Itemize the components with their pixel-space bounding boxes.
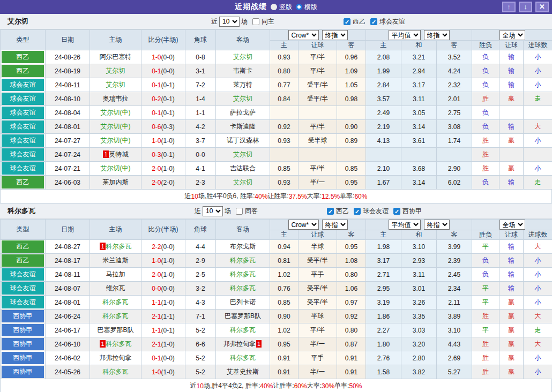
- avg-home-odds: 3.17: [366, 254, 401, 268]
- away-team-cell: 吉达联合: [216, 162, 270, 176]
- avg-draw-odds: 3.03: [401, 323, 437, 337]
- col-result: 胜负: [472, 230, 499, 240]
- move-up-button[interactable]: ↑: [502, 2, 516, 12]
- match-row: 球会友谊24-08-07维尔瓦0-0(0-0)3-2科尔多瓦0.76受平/半1.…: [1, 282, 552, 296]
- fullmatch-select-1[interactable]: 全场: [499, 220, 525, 230]
- score-cell: 1-0(1-0): [141, 254, 185, 268]
- league-filter-checkbox-1-2[interactable]: ✓: [393, 208, 400, 215]
- league-filters-1: ✓西乙✓球会友谊✓西协甲: [324, 207, 422, 216]
- crow-home-odds: 0.93: [270, 134, 299, 148]
- match-row: 球会友谊24-08-01艾尔切(中)0-6(0-3)4-2卡斯迪隆0.92平/半…: [1, 120, 552, 134]
- corner-cell: 0-0: [185, 148, 216, 162]
- recent-count-select-0[interactable]: 10: [219, 17, 240, 27]
- match-row: 西协甲24-06-24科尔多瓦2-1(1-1)7-1巴塞罗那B队0.90半球0.…: [1, 310, 552, 323]
- score-cell: 0-1(0-1): [141, 78, 185, 92]
- fulltime-score: 0-1: [152, 81, 161, 89]
- bookmaker-select-1[interactable]: Crow*: [288, 220, 319, 230]
- home-team-name: 巴塞罗那B队: [97, 326, 133, 334]
- date-cell: 24-08-01: [46, 120, 90, 134]
- home-team-name: 莱加内斯: [103, 178, 129, 186]
- score-cell: 2-1(1-0): [141, 337, 185, 351]
- average-select-1[interactable]: 平均值: [389, 220, 421, 230]
- goals-result-cell: 走: [524, 92, 552, 106]
- crow-away-odds: 0.92: [337, 310, 366, 323]
- final-odds-select-0a[interactable]: 终指: [322, 30, 348, 40]
- score-cell: 0-6(0-3): [141, 120, 185, 134]
- result-cell: 平: [472, 296, 499, 310]
- avg-home-odds: 2.10: [366, 162, 401, 176]
- near-label-1: 近: [195, 207, 201, 216]
- avg-away-odds: 2.90: [437, 162, 472, 176]
- layout-option-horizontal[interactable]: 横版: [296, 3, 317, 12]
- col-result: 胜负: [472, 41, 499, 50]
- away-team-cell: 科尔多瓦: [216, 268, 270, 282]
- handicap-result-cell: 赢: [499, 92, 524, 106]
- radio-horizontal-icon[interactable]: [296, 4, 302, 10]
- away-team-name: 艾尔切: [233, 150, 252, 158]
- league-filter-checkbox-1-0[interactable]: ✓: [327, 208, 334, 215]
- away-team-cell: 艾尔切: [216, 176, 270, 190]
- halftime-score: (0-0): [161, 54, 175, 61]
- col-home: 主场: [90, 30, 141, 50]
- final-odds-select-1a[interactable]: 终指: [322, 220, 348, 230]
- crow-away-odds: 1.06: [337, 282, 366, 296]
- avg-draw-odds: 3.20: [401, 337, 437, 351]
- score-cell: 2-0(2-0): [141, 176, 185, 190]
- avg-home-odds: 1.86: [366, 310, 401, 323]
- league-badge: 球会友谊: [2, 107, 44, 119]
- away-team-cell: 艾尔切: [216, 148, 270, 162]
- team-name-1: 科尔多瓦: [8, 206, 35, 216]
- fulltime-score: 1-1: [152, 327, 161, 334]
- close-button[interactable]: ✕: [535, 2, 549, 12]
- col-type: 类型: [1, 30, 46, 50]
- summary-segment: 10: [197, 382, 204, 390]
- final-odds-select-0b[interactable]: 终指: [424, 30, 450, 40]
- same-venue-label-1: 同客: [245, 207, 258, 216]
- crow-away-odds: [337, 106, 366, 120]
- col-away: 客场: [216, 30, 270, 50]
- average-select-0[interactable]: 平均值: [389, 30, 421, 40]
- goals-result-cell: 小: [524, 134, 552, 148]
- goals-result-cell: 大: [524, 240, 552, 254]
- radio-vertical-icon[interactable]: [271, 4, 277, 10]
- date-cell: 24-06-02: [46, 351, 90, 365]
- league-filter-checkbox-0-0[interactable]: ✓: [344, 18, 350, 25]
- avg-home-odds: 1.80: [366, 337, 401, 351]
- crow-handicap: 平/半: [299, 162, 337, 176]
- move-down-button[interactable]: ↓: [519, 2, 532, 12]
- radio-horizontal-label: 横版: [304, 3, 317, 12]
- layout-option-vertical[interactable]: 竖版: [271, 3, 292, 12]
- fullmatch-select-0[interactable]: 全场: [499, 30, 525, 40]
- corner-cell: 5-2: [185, 323, 216, 337]
- match-row: 球会友谊24-07-27艾尔切(中)1-0(1-0)3-7诺丁汉森林0.93受半…: [1, 134, 552, 148]
- result-cell: 平: [472, 323, 499, 337]
- corner-cell: 4-2: [185, 120, 216, 134]
- league-cell: 球会友谊: [1, 162, 46, 176]
- date-cell: 24-06-10: [46, 337, 90, 351]
- match-row: 球会友谊24-07-241英特城0-3(0-1)0-0艾尔切胜: [1, 148, 552, 162]
- final-odds-select-1b[interactable]: 终指: [424, 220, 450, 230]
- bookmaker-select-0[interactable]: Crow*: [288, 30, 319, 40]
- handicap-result-cell: 赢: [499, 323, 524, 337]
- summary-1: 近10场,胜4平4负2, 胜率:40% 让胜率:60% 大率:30% 单率:50…: [0, 379, 552, 392]
- col-crow-handicap: 让球: [299, 41, 337, 50]
- handicap-result-cell: 赢: [499, 365, 524, 379]
- league-filter-checkbox-1-1[interactable]: ✓: [354, 208, 361, 215]
- match-table-body-1: 西乙24-08-271科尔多瓦2-2(0-0)4-4布尔戈斯0.94半球0.95…: [1, 240, 552, 379]
- result-cell: 负: [472, 78, 499, 92]
- summary-segment: 大率:: [307, 381, 322, 390]
- same-venue-checkbox-0[interactable]: [252, 18, 259, 25]
- home-team-name: 科尔多瓦: [103, 298, 129, 306]
- crow-away-odds: 0.96: [337, 50, 366, 64]
- avg-away-odds: 1.74: [437, 134, 472, 148]
- recent-count-select-1[interactable]: 10: [203, 206, 223, 216]
- score-cell: 1-0(1-0): [141, 365, 185, 379]
- rank-badge: 1: [103, 150, 108, 158]
- handicap-result-cell: 输: [499, 268, 524, 282]
- league-cell: 西乙: [1, 64, 46, 78]
- avg-away-odds: 3.08: [437, 120, 472, 134]
- filter-row-0: 艾尔切 近 10 场 同主 ✓西乙✓球会友谊: [0, 14, 552, 29]
- same-venue-checkbox-1[interactable]: [236, 208, 243, 215]
- result-cell: 负: [472, 50, 499, 64]
- league-filter-checkbox-0-1[interactable]: ✓: [370, 18, 377, 25]
